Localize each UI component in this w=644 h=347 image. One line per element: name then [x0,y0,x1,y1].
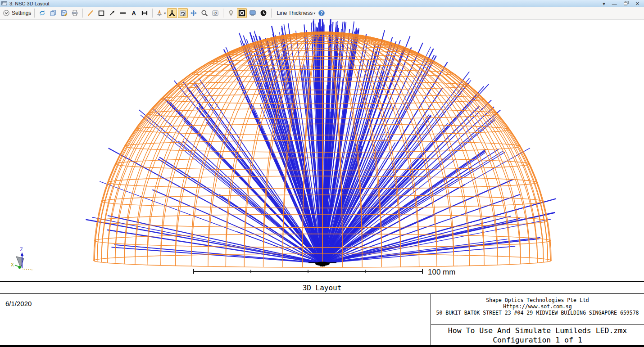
help-button[interactable]: ? [317,8,327,18]
toolbar: SettingsA▾↺Line Thickness▾? [0,7,644,19]
history-button[interactable] [259,8,268,18]
chevron-circle-icon [3,9,10,17]
text-a-icon: A [130,9,137,17]
copy-button[interactable] [48,8,58,18]
refresh-icon [39,9,46,17]
clock-icon [260,9,267,17]
scale-bar: 100 mm [194,268,455,276]
svg-text:A: A [132,10,136,17]
reset-view-icon: ↺ [212,9,219,17]
company-address: 50 BUKIT BATOK STREET 23 #04-29 MIDVIEW … [431,310,644,316]
window-title: 3: NSC 3D Layout [9,1,50,6]
close-icon[interactable]: ✕ [635,0,639,7]
date-cell: 6/1/2020 [0,294,431,345]
zoom-view-button[interactable] [200,8,209,18]
update-button[interactable] [37,8,47,18]
company-block: Shape Optics Technologies Pte Ltd Https:… [431,294,644,324]
company-url: Https://www.sot.com.sg [431,303,644,310]
reset-view-button[interactable]: ↺ [210,8,220,18]
window-titlebar: 3: NSC 3D Layout ▾ — ✕ [0,0,644,7]
scale-label: 100 mm [428,268,455,276]
file-name: How To Use And Simulate Lumileds LED.zmx [431,326,644,335]
rect-icon [98,9,105,17]
chevron-down-icon: ▾ [164,11,166,15]
line-thickness-dropdown-label: Line Thickness [277,10,313,16]
window-icon [1,1,7,6]
toolbar-separator [34,9,35,18]
layout-canvas: 100 mmZX [0,19,644,281]
rotate-view-button[interactable] [178,8,188,18]
ray-bundle [86,19,556,264]
rotate-3d-icon [168,9,176,17]
toolbar-separator [271,9,272,18]
z-axis-label: Z [20,247,23,252]
orientation-icon [156,9,163,17]
fit-icon [238,9,245,17]
configuration-label: Configuration 1 of 1 [431,335,644,345]
draw-arrow-button[interactable] [107,8,117,18]
toolbar-separator [152,9,153,18]
toolbar-separator [223,9,223,18]
restore-icon[interactable] [624,0,629,7]
arrow-icon [109,9,116,17]
hline-icon [119,9,127,17]
axes-triad: ZX [11,247,33,270]
dimension-button[interactable] [140,8,150,18]
info-cell: Shape Optics Technologies Pte Ltd Https:… [431,294,644,345]
monitor-icon [249,9,256,17]
zoom-icon [201,9,208,17]
ray-lamp-button[interactable] [226,8,236,18]
bottom-border-bar [0,345,644,347]
x-axis-label: X [11,262,14,268]
chevron-down-icon: ▾ [313,11,315,15]
rotate-3d-button[interactable] [167,8,177,18]
draw-rectangle-button[interactable] [96,8,106,18]
help-icon: ? [318,9,325,17]
pan-icon [190,9,197,17]
dim-h-icon [141,9,148,17]
screen-button[interactable] [248,8,258,18]
layout-viewport[interactable]: 100 mmZX [0,19,644,281]
pan-view-button[interactable] [189,8,199,18]
svg-text:?: ? [320,11,323,16]
led-source [308,262,336,267]
insert-text-button[interactable]: A [129,8,139,18]
minimize-icon[interactable]: — [612,0,617,7]
print-button[interactable] [70,8,80,18]
lamp-icon [227,9,235,17]
draw-hline-button[interactable] [118,8,128,18]
orientation-button[interactable]: ▾ [155,8,166,18]
print-icon [71,9,78,17]
detector-dome-wireframe [94,32,551,267]
fit-window-button[interactable] [237,8,247,18]
footer-panel: 6/1/2020 Shape Optics Technologies Pte L… [0,294,644,345]
line-thickness-dropdown[interactable]: Line Thickness▾ [274,8,316,18]
svg-text:↺: ↺ [213,11,217,16]
settings-button[interactable]: Settings [2,8,32,18]
copy-icon [50,9,57,17]
company-name: Shape Optics Technologies Pte Ltd [431,297,644,303]
save-icon [60,9,68,17]
save-button[interactable] [59,8,69,18]
settings-button-label: Settings [12,10,31,16]
window-menu-icon[interactable]: ▾ [603,0,605,7]
draw-line-button[interactable] [86,8,95,18]
plot-caption: 3D Layout [0,281,644,294]
file-title-block: How To Use And Simulate Lumileds LED.zmx… [431,324,644,345]
date-text: 6/1/2020 [5,300,32,307]
toolbar-separator [82,9,83,18]
rotate-box-icon [179,9,186,17]
pencil-icon [87,9,94,17]
